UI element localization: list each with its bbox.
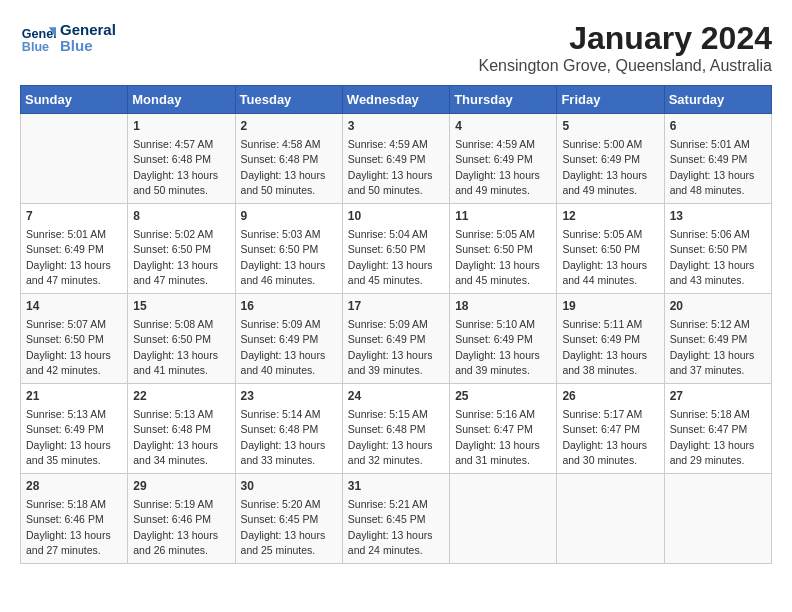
day-info: Sunrise: 5:11 AMSunset: 6:49 PMDaylight:… (562, 318, 647, 376)
day-number: 7 (26, 208, 122, 225)
calendar-week-5: 28Sunrise: 5:18 AMSunset: 6:46 PMDayligh… (21, 474, 772, 564)
calendar-week-2: 7Sunrise: 5:01 AMSunset: 6:49 PMDaylight… (21, 204, 772, 294)
calendar-cell: 15Sunrise: 5:08 AMSunset: 6:50 PMDayligh… (128, 294, 235, 384)
calendar-cell: 8Sunrise: 5:02 AMSunset: 6:50 PMDaylight… (128, 204, 235, 294)
day-number: 22 (133, 388, 229, 405)
day-number: 23 (241, 388, 337, 405)
day-info: Sunrise: 5:06 AMSunset: 6:50 PMDaylight:… (670, 228, 755, 286)
calendar-cell: 2Sunrise: 4:58 AMSunset: 6:48 PMDaylight… (235, 114, 342, 204)
day-number: 19 (562, 298, 658, 315)
weekday-header-thursday: Thursday (450, 86, 557, 114)
calendar-cell: 18Sunrise: 5:10 AMSunset: 6:49 PMDayligh… (450, 294, 557, 384)
day-number: 3 (348, 118, 444, 135)
calendar-week-3: 14Sunrise: 5:07 AMSunset: 6:50 PMDayligh… (21, 294, 772, 384)
day-info: Sunrise: 5:21 AMSunset: 6:45 PMDaylight:… (348, 498, 433, 556)
day-number: 2 (241, 118, 337, 135)
day-number: 12 (562, 208, 658, 225)
calendar-cell: 31Sunrise: 5:21 AMSunset: 6:45 PMDayligh… (342, 474, 449, 564)
calendar-week-1: 1Sunrise: 4:57 AMSunset: 6:48 PMDaylight… (21, 114, 772, 204)
day-info: Sunrise: 5:03 AMSunset: 6:50 PMDaylight:… (241, 228, 326, 286)
calendar-table: SundayMondayTuesdayWednesdayThursdayFrid… (20, 85, 772, 564)
calendar-cell: 1Sunrise: 4:57 AMSunset: 6:48 PMDaylight… (128, 114, 235, 204)
calendar-cell: 5Sunrise: 5:00 AMSunset: 6:49 PMDaylight… (557, 114, 664, 204)
calendar-cell: 21Sunrise: 5:13 AMSunset: 6:49 PMDayligh… (21, 384, 128, 474)
day-number: 6 (670, 118, 766, 135)
day-info: Sunrise: 5:14 AMSunset: 6:48 PMDaylight:… (241, 408, 326, 466)
day-number: 27 (670, 388, 766, 405)
day-number: 5 (562, 118, 658, 135)
calendar-cell: 28Sunrise: 5:18 AMSunset: 6:46 PMDayligh… (21, 474, 128, 564)
day-number: 14 (26, 298, 122, 315)
day-info: Sunrise: 4:59 AMSunset: 6:49 PMDaylight:… (348, 138, 433, 196)
day-info: Sunrise: 5:00 AMSunset: 6:49 PMDaylight:… (562, 138, 647, 196)
subtitle: Kensington Grove, Queensland, Australia (478, 57, 772, 75)
day-number: 18 (455, 298, 551, 315)
day-info: Sunrise: 5:09 AMSunset: 6:49 PMDaylight:… (241, 318, 326, 376)
weekday-header-sunday: Sunday (21, 86, 128, 114)
calendar-cell: 27Sunrise: 5:18 AMSunset: 6:47 PMDayligh… (664, 384, 771, 474)
day-info: Sunrise: 5:12 AMSunset: 6:49 PMDaylight:… (670, 318, 755, 376)
day-info: Sunrise: 5:18 AMSunset: 6:47 PMDaylight:… (670, 408, 755, 466)
svg-text:Blue: Blue (22, 40, 49, 54)
day-info: Sunrise: 5:05 AMSunset: 6:50 PMDaylight:… (455, 228, 540, 286)
day-info: Sunrise: 5:08 AMSunset: 6:50 PMDaylight:… (133, 318, 218, 376)
day-info: Sunrise: 5:19 AMSunset: 6:46 PMDaylight:… (133, 498, 218, 556)
logo-icon: General Blue (20, 20, 56, 56)
day-number: 28 (26, 478, 122, 495)
calendar-cell: 22Sunrise: 5:13 AMSunset: 6:48 PMDayligh… (128, 384, 235, 474)
day-info: Sunrise: 5:04 AMSunset: 6:50 PMDaylight:… (348, 228, 433, 286)
calendar-cell: 16Sunrise: 5:09 AMSunset: 6:49 PMDayligh… (235, 294, 342, 384)
day-number: 31 (348, 478, 444, 495)
calendar-header-row: SundayMondayTuesdayWednesdayThursdayFrid… (21, 86, 772, 114)
calendar-cell: 4Sunrise: 4:59 AMSunset: 6:49 PMDaylight… (450, 114, 557, 204)
calendar-cell: 20Sunrise: 5:12 AMSunset: 6:49 PMDayligh… (664, 294, 771, 384)
calendar-cell: 17Sunrise: 5:09 AMSunset: 6:49 PMDayligh… (342, 294, 449, 384)
day-info: Sunrise: 5:13 AMSunset: 6:48 PMDaylight:… (133, 408, 218, 466)
calendar-cell: 7Sunrise: 5:01 AMSunset: 6:49 PMDaylight… (21, 204, 128, 294)
day-number: 10 (348, 208, 444, 225)
calendar-cell: 29Sunrise: 5:19 AMSunset: 6:46 PMDayligh… (128, 474, 235, 564)
day-number: 9 (241, 208, 337, 225)
day-info: Sunrise: 5:18 AMSunset: 6:46 PMDaylight:… (26, 498, 111, 556)
weekday-header-tuesday: Tuesday (235, 86, 342, 114)
calendar-cell (557, 474, 664, 564)
day-number: 29 (133, 478, 229, 495)
day-info: Sunrise: 5:16 AMSunset: 6:47 PMDaylight:… (455, 408, 540, 466)
logo-line1: General (60, 22, 116, 39)
calendar-cell: 19Sunrise: 5:11 AMSunset: 6:49 PMDayligh… (557, 294, 664, 384)
day-info: Sunrise: 5:15 AMSunset: 6:48 PMDaylight:… (348, 408, 433, 466)
calendar-cell (664, 474, 771, 564)
day-info: Sunrise: 5:01 AMSunset: 6:49 PMDaylight:… (26, 228, 111, 286)
calendar-cell: 13Sunrise: 5:06 AMSunset: 6:50 PMDayligh… (664, 204, 771, 294)
calendar-cell: 24Sunrise: 5:15 AMSunset: 6:48 PMDayligh… (342, 384, 449, 474)
calendar-cell: 12Sunrise: 5:05 AMSunset: 6:50 PMDayligh… (557, 204, 664, 294)
calendar-cell: 6Sunrise: 5:01 AMSunset: 6:49 PMDaylight… (664, 114, 771, 204)
header: General Blue General Blue January 2024 K… (20, 20, 772, 75)
day-number: 26 (562, 388, 658, 405)
calendar-cell: 26Sunrise: 5:17 AMSunset: 6:47 PMDayligh… (557, 384, 664, 474)
day-number: 16 (241, 298, 337, 315)
day-number: 11 (455, 208, 551, 225)
day-info: Sunrise: 4:59 AMSunset: 6:49 PMDaylight:… (455, 138, 540, 196)
day-number: 25 (455, 388, 551, 405)
day-info: Sunrise: 5:01 AMSunset: 6:49 PMDaylight:… (670, 138, 755, 196)
day-info: Sunrise: 5:02 AMSunset: 6:50 PMDaylight:… (133, 228, 218, 286)
logo: General Blue General Blue (20, 20, 116, 56)
day-number: 30 (241, 478, 337, 495)
calendar-cell: 14Sunrise: 5:07 AMSunset: 6:50 PMDayligh… (21, 294, 128, 384)
main-title: January 2024 (478, 20, 772, 57)
day-number: 8 (133, 208, 229, 225)
day-info: Sunrise: 5:09 AMSunset: 6:49 PMDaylight:… (348, 318, 433, 376)
day-info: Sunrise: 5:10 AMSunset: 6:49 PMDaylight:… (455, 318, 540, 376)
logo-line2: Blue (60, 38, 116, 55)
day-number: 24 (348, 388, 444, 405)
day-info: Sunrise: 5:20 AMSunset: 6:45 PMDaylight:… (241, 498, 326, 556)
calendar-cell: 30Sunrise: 5:20 AMSunset: 6:45 PMDayligh… (235, 474, 342, 564)
calendar-body: 1Sunrise: 4:57 AMSunset: 6:48 PMDaylight… (21, 114, 772, 564)
calendar-cell: 9Sunrise: 5:03 AMSunset: 6:50 PMDaylight… (235, 204, 342, 294)
calendar-cell: 10Sunrise: 5:04 AMSunset: 6:50 PMDayligh… (342, 204, 449, 294)
day-number: 21 (26, 388, 122, 405)
day-info: Sunrise: 5:07 AMSunset: 6:50 PMDaylight:… (26, 318, 111, 376)
day-info: Sunrise: 5:05 AMSunset: 6:50 PMDaylight:… (562, 228, 647, 286)
day-number: 15 (133, 298, 229, 315)
